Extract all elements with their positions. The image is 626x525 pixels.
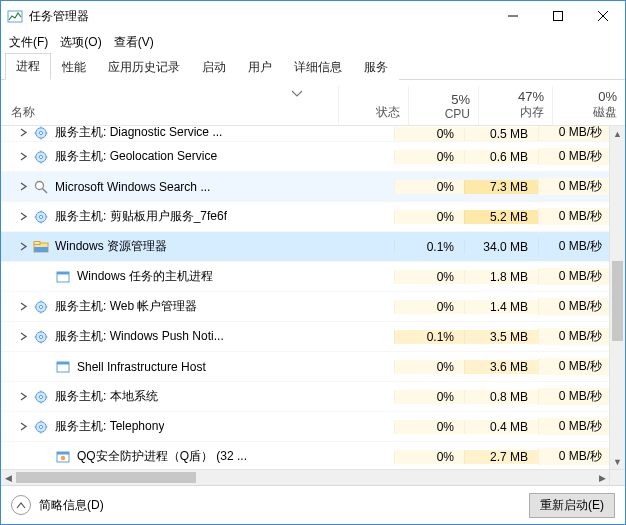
menu-options[interactable]: 选项(O) (60, 34, 101, 51)
svg-point-12 (39, 155, 42, 158)
memory-cell: 7.3 MB (464, 180, 538, 194)
cpu-cell: 0% (394, 420, 464, 434)
minimize-button[interactable] (490, 1, 535, 31)
process-row[interactable]: 服务主机: 剪贴板用户服务_7fe6f0%5.2 MB0 MB/秒 (1, 202, 610, 232)
process-row[interactable]: 服务主机: Web 帐户管理器0%1.4 MB0 MB/秒 (1, 292, 610, 322)
expand-icon[interactable] (15, 181, 31, 193)
process-name-cell[interactable]: QQ安全防护进程（Q盾） (32 ... (1, 448, 324, 465)
fewer-details-icon[interactable] (11, 495, 31, 515)
process-name-cell[interactable]: 服务主机: Telephony (1, 418, 324, 435)
process-row[interactable]: 服务主机: Telephony0%0.4 MB0 MB/秒 (1, 412, 610, 442)
process-row[interactable]: Microsoft Windows Search ...0%7.3 MB0 MB… (1, 172, 610, 202)
expand-icon[interactable] (15, 331, 31, 343)
tab-details[interactable]: 详细信息 (283, 54, 353, 80)
gear-icon (33, 149, 49, 165)
tab-performance[interactable]: 性能 (51, 54, 97, 80)
process-row[interactable]: 服务主机: Geolocation Service0%0.6 MB0 MB/秒 (1, 142, 610, 172)
tab-processes[interactable]: 进程 (5, 53, 51, 80)
window-title: 任务管理器 (29, 8, 490, 25)
process-name-cell[interactable]: 服务主机: Diagnostic Service ... (1, 126, 324, 141)
process-name-cell[interactable]: Windows 任务的主机进程 (1, 268, 324, 285)
column-pct: 47% (518, 89, 544, 104)
column-header-cpu[interactable]: 5% CPU (409, 86, 479, 125)
tab-users[interactable]: 用户 (237, 54, 283, 80)
process-name-cell[interactable]: 服务主机: 本地系统 (1, 388, 324, 405)
footer: 简略信息(D) 重新启动(E) (1, 485, 625, 524)
cpu-cell: 0% (394, 180, 464, 194)
scrollbar-corner (609, 469, 625, 485)
memory-cell: 3.6 MB (464, 360, 538, 374)
memory-cell: 3.5 MB (464, 330, 538, 344)
process-name-cell[interactable]: Shell Infrastructure Host (1, 359, 324, 375)
main-area: 名称 状态 5% CPU 47% 内存 0% 磁盘 服务主机: Diagnost… (1, 80, 625, 485)
memory-cell: 0.4 MB (464, 420, 538, 434)
svg-point-17 (36, 181, 44, 189)
cpu-cell: 0% (394, 127, 464, 141)
menubar: 文件(F) 选项(O) 查看(V) (1, 31, 625, 53)
memory-cell: 1.4 MB (464, 300, 538, 314)
scroll-right-icon[interactable]: ▶ (595, 473, 610, 483)
process-row[interactable]: 服务主机: 本地系统0%0.8 MB0 MB/秒 (1, 382, 610, 412)
disk-cell: 0 MB/秒 (538, 268, 610, 285)
column-pct: 0% (598, 89, 617, 104)
svg-point-31 (39, 305, 42, 308)
fewer-details-label[interactable]: 简略信息(D) (39, 497, 104, 514)
memory-cell: 1.8 MB (464, 270, 538, 284)
process-name-cell[interactable]: 服务主机: Web 帐户管理器 (1, 298, 324, 315)
expand-icon[interactable] (15, 301, 31, 313)
disk-cell: 0 MB/秒 (538, 418, 610, 435)
process-name-cell[interactable]: 服务主机: Geolocation Service (1, 148, 324, 165)
column-header-name[interactable]: 名称 (1, 86, 339, 125)
scroll-thumb[interactable] (16, 472, 196, 483)
process-name-cell[interactable]: Microsoft Windows Search ... (1, 179, 324, 195)
cpu-cell: 0.1% (394, 330, 464, 344)
menu-file[interactable]: 文件(F) (9, 34, 48, 51)
disk-cell: 0 MB/秒 (538, 238, 610, 255)
process-list[interactable]: 服务主机: Diagnostic Service ...0%0.5 MB0 MB… (1, 126, 625, 469)
expand-icon[interactable] (15, 391, 31, 403)
expand-icon[interactable] (15, 211, 31, 223)
disk-cell: 0 MB/秒 (538, 328, 610, 345)
column-label: 状态 (376, 104, 400, 121)
horizontal-scrollbar[interactable]: ◀ ▶ (1, 469, 610, 485)
expand-icon[interactable] (15, 421, 31, 433)
expand-icon[interactable] (15, 241, 31, 253)
process-name-cell[interactable]: 服务主机: 剪贴板用户服务_7fe6f (1, 208, 324, 225)
tab-services[interactable]: 服务 (353, 54, 399, 80)
column-header-memory[interactable]: 47% 内存 (479, 86, 553, 125)
disk-cell: 0 MB/秒 (538, 178, 610, 195)
process-row[interactable]: Shell Infrastructure Host0%3.6 MB0 MB/秒 (1, 352, 610, 382)
scroll-track[interactable] (610, 141, 625, 454)
tabstrip: 进程 性能 应用历史记录 启动 用户 详细信息 服务 (1, 53, 625, 80)
scroll-up-icon[interactable]: ▲ (610, 126, 625, 141)
column-header-disk[interactable]: 0% 磁盘 (553, 86, 625, 125)
process-row[interactable]: Windows 资源管理器0.1%34.0 MB0 MB/秒 (1, 232, 610, 262)
process-name-cell[interactable]: Windows 资源管理器 (1, 238, 324, 255)
cpu-cell: 0% (394, 300, 464, 314)
process-row[interactable]: QQ安全防护进程（Q盾） (32 ...0%2.7 MB0 MB/秒 (1, 442, 610, 469)
process-name: Microsoft Windows Search ... (55, 180, 210, 194)
close-button[interactable] (580, 1, 625, 31)
maximize-button[interactable] (535, 1, 580, 31)
process-name-cell[interactable]: 服务主机: Windows Push Noti... (1, 328, 324, 345)
tab-startup[interactable]: 启动 (191, 54, 237, 80)
expand-icon[interactable] (15, 151, 31, 163)
process-row[interactable]: 服务主机: Windows Push Noti...0.1%3.5 MB0 MB… (1, 322, 610, 352)
gear-icon (33, 419, 49, 435)
cpu-cell: 0% (394, 450, 464, 464)
column-header-status[interactable]: 状态 (339, 86, 409, 125)
menu-view[interactable]: 查看(V) (114, 34, 154, 51)
process-name: 服务主机: Geolocation Service (55, 148, 217, 165)
scroll-track[interactable] (16, 470, 595, 485)
scroll-left-icon[interactable]: ◀ (1, 473, 16, 483)
vertical-scrollbar[interactable]: ▲ ▼ (609, 126, 625, 469)
cpu-cell: 0% (394, 360, 464, 374)
process-row[interactable]: 服务主机: Diagnostic Service ...0%0.5 MB0 MB… (1, 126, 610, 142)
process-row[interactable]: Windows 任务的主机进程0%1.8 MB0 MB/秒 (1, 262, 610, 292)
restart-button[interactable]: 重新启动(E) (529, 493, 615, 518)
expand-icon[interactable] (15, 127, 31, 139)
disk-cell: 0 MB/秒 (538, 126, 610, 141)
tab-app-history[interactable]: 应用历史记录 (97, 54, 191, 80)
scroll-down-icon[interactable]: ▼ (610, 454, 625, 469)
scroll-thumb[interactable] (612, 261, 623, 341)
